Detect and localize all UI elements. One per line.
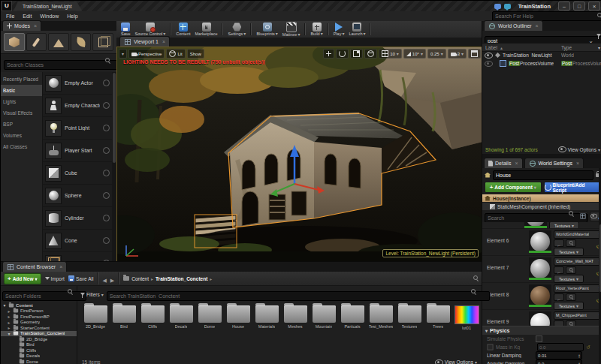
menu-help[interactable]: Help [67,14,77,19]
chat-bubble-icon[interactable] [504,4,511,9]
browse-to-asset-button[interactable] [566,320,576,326]
show-button[interactable]: Show [187,49,204,59]
breadcrumb-content[interactable]: Content [131,276,149,281]
build-button[interactable]: Build [310,23,322,36]
grab-handle-icon[interactable] [103,192,110,199]
folder-tile[interactable]: Meshes [282,305,309,330]
scale-tool-button[interactable] [350,49,363,59]
filters-button[interactable]: Filters [80,292,104,297]
textures-dropdown[interactable]: Textures [554,275,584,283]
tab-world-outliner[interactable]: World Outliner [484,20,543,31]
tab-world-settings[interactable]: World Settings [524,158,584,168]
folder-tile[interactable]: Bird [110,305,137,330]
reset-icon[interactable] [586,344,590,350]
use-selected-button[interactable] [554,320,564,326]
material-thumbnail[interactable] [529,284,551,307]
simulate-physics-checkbox[interactable] [536,335,542,342]
outliner-row-level[interactable]: TrainStation_NewLight World [482,51,601,59]
category-lights[interactable]: Lights [1,96,42,107]
folder-tile[interactable]: House [225,305,252,330]
source-control-button[interactable]: Source Control [135,23,166,36]
tree-item-geometry[interactable]: Geometry [1,320,77,326]
settings-button[interactable]: Settings [228,23,246,36]
perspective-button[interactable]: Perspective [128,49,165,59]
grab-handle-icon[interactable] [103,102,110,109]
category-bsp[interactable]: BSP [1,119,42,130]
translate-tool-button[interactable] [323,49,334,59]
textures-dropdown[interactable]: Textures [554,302,584,310]
outliner-filter-icon[interactable] [596,34,601,37]
mass-value-field[interactable]: 0.0 [537,343,584,351]
physics-section-header[interactable]: Physics [482,326,601,335]
outliner-view-options[interactable]: View Options [558,146,600,152]
feedback-bubble-icon[interactable] [494,4,501,9]
minimize-button[interactable] [558,2,570,11]
save-button[interactable]: Save [121,23,131,36]
close-icon[interactable] [59,264,62,269]
lit-button[interactable]: Lit [166,49,185,59]
folder-tile[interactable]: Trees [424,305,452,330]
breadcrumb-current[interactable]: TrainStation_Conctent [156,276,207,281]
tree-item-decals[interactable]: Decals [1,353,77,359]
blueprints-button[interactable]: Blueprints [256,23,277,36]
maximize-viewport-button[interactable] [468,49,481,59]
material-thumbnail[interactable] [529,230,551,253]
launch-button[interactable]: Launch [349,23,365,36]
matinee-button[interactable]: Matinee [282,22,300,37]
tab-details[interactable]: Details [484,158,523,168]
grab-handle-icon[interactable] [103,80,110,86]
maximize-button[interactable] [573,2,585,11]
blueprint-add-script-button[interactable]: Blueprint/Add Script [544,182,601,193]
tab-content-browser[interactable]: Content Browser [2,261,67,272]
import-button[interactable]: Import [45,276,65,281]
grab-handle-icon[interactable] [103,147,110,154]
actor-name-input[interactable] [493,170,593,180]
class-item-cylinder[interactable]: Cylinder [43,207,112,230]
viewport-options-button[interactable] [119,49,127,59]
class-item-empty-character[interactable]: Empty Character [43,95,112,117]
use-selected-button[interactable] [554,266,564,274]
folder-tile[interactable]: Materials [253,305,280,330]
folder-tile[interactable]: Decals [168,305,195,330]
folder-tile[interactable]: Dome [196,305,223,330]
close-icon[interactable] [576,161,579,166]
browse-to-asset-button[interactable] [566,293,576,301]
grab-handle-icon[interactable] [103,237,110,244]
menu-file[interactable]: File [6,14,14,19]
use-selected-button[interactable] [554,293,564,301]
category-all-classes[interactable]: All Classes [1,141,42,152]
visibility-eye-icon[interactable] [485,61,493,67]
forward-button[interactable] [110,272,114,285]
tab-viewport-1[interactable]: Viewport 1 [119,36,170,47]
tree-item-startercontent[interactable]: StarterContent [1,325,77,331]
save-all-button[interactable]: Save All [68,275,94,281]
play-button[interactable]: Play [334,23,345,36]
class-item-cone[interactable]: Cone [43,230,112,252]
column-label[interactable]: Label [485,45,497,50]
linear-damping-field[interactable]: 0.01 [536,351,582,359]
category-volumes[interactable]: Volumes [1,130,42,141]
folder-tile[interactable]: Mountain [310,305,337,330]
close-icon[interactable] [515,161,518,166]
grab-handle-icon[interactable] [103,170,110,176]
angular-damping-field[interactable]: 0.0 [536,359,582,364]
visibility-eye-icon[interactable] [485,53,493,59]
browse-to-asset-button[interactable] [566,266,576,274]
search-folders-input[interactable] [2,291,86,301]
tree-item-content[interactable]: Content [1,302,77,308]
tree-item-dome[interactable]: Dome [1,359,77,364]
use-selected-button[interactable] [554,239,564,247]
class-item-empty-actor[interactable]: Empty Actor [43,72,112,95]
textures-dropdown[interactable]: Textures [549,222,579,229]
level-title-tab[interactable]: TrainStation_NewLight [14,2,83,11]
tree-item-2d-bridge[interactable]: 2D_Bridge [1,336,77,342]
camera-speed-button[interactable]: 3 [448,49,467,59]
grab-handle-icon[interactable] [103,215,110,221]
category-recently-placed[interactable]: Recently Placed [1,74,42,85]
menu-edit[interactable]: Edit [23,14,32,19]
add-new-button[interactable]: Add New [4,273,41,284]
mass-override-checkbox[interactable] [487,344,493,350]
rotation-snap-button[interactable]: 10° [403,49,426,59]
add-component-button[interactable]: Add Component [485,182,542,193]
texture-asset-tile[interactable]: lut01 [453,305,480,330]
